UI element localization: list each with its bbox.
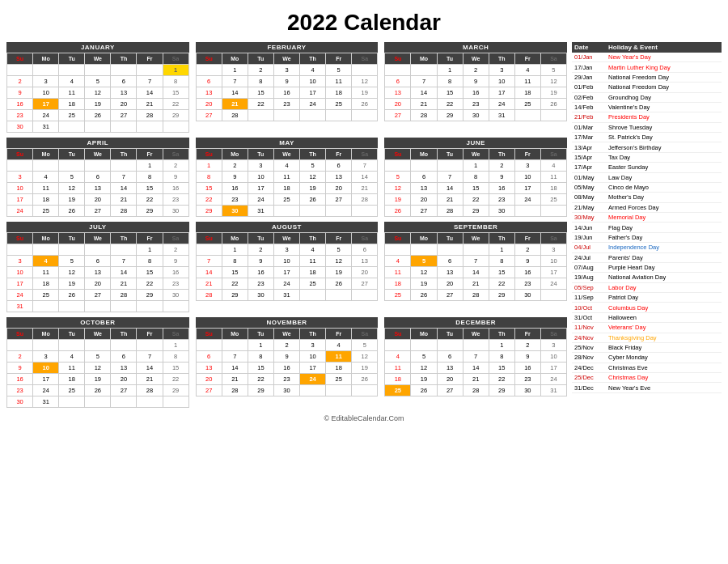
cal-header-tu: Tu xyxy=(438,329,463,340)
cal-day: 24 xyxy=(300,374,326,385)
cal-day: 28 xyxy=(463,290,489,301)
holiday-date: 21/Feb xyxy=(574,113,605,121)
cal-day: 21 xyxy=(463,278,489,290)
cal-day: 23 xyxy=(163,194,189,206)
cal-day: 4 xyxy=(385,351,411,363)
cal-day: 7 xyxy=(137,351,163,363)
cal-header-th: Th xyxy=(300,329,326,340)
cal-day: 8 xyxy=(163,76,189,87)
cal-day: 18 xyxy=(33,194,59,206)
cal-day: 28 xyxy=(222,385,248,396)
cal-day xyxy=(197,244,222,256)
cal-header-th: Th xyxy=(111,233,137,244)
cal-day: 20 xyxy=(197,99,222,110)
holiday-row: 08/MayMother's Day xyxy=(572,193,722,202)
cal-day: 12 xyxy=(411,267,437,278)
cal-header-fr: Fr xyxy=(137,53,163,65)
cal-day: 1 xyxy=(137,244,163,256)
cal-day: 13 xyxy=(385,87,411,99)
cal-day: 27 xyxy=(197,385,222,396)
cal-day: 6 xyxy=(438,256,463,267)
cal-day: 19 xyxy=(352,363,378,374)
cal-day: 23 xyxy=(274,374,300,385)
holiday-row: 11/SepPatriot Day xyxy=(572,293,722,303)
cal-day: 7 xyxy=(411,76,437,87)
holiday-date: 19/Aug xyxy=(574,274,605,281)
cal-day xyxy=(197,340,222,351)
cal-day: 3 xyxy=(248,160,274,172)
cal-day: 5 xyxy=(326,244,352,256)
holiday-name: Veterans' Day xyxy=(608,324,719,331)
cal-header-su: Su xyxy=(197,149,222,160)
holiday-row: 24/DecChristmas Eve xyxy=(572,363,722,373)
cal-day: 25 xyxy=(59,110,85,121)
month-august: AUGUSTSuMoTuWeThFrSa12345678910111213141… xyxy=(196,222,379,312)
holiday-row: 25/NovBlack Friday xyxy=(572,343,722,353)
cal-day: 12 xyxy=(59,183,85,194)
holiday-name: Easter Sunday xyxy=(608,163,719,171)
cal-day: 6 xyxy=(111,351,137,363)
cal-day xyxy=(33,244,59,256)
holiday-row: 14/FebValentine's Day xyxy=(572,103,722,112)
cal-header-sa: Sa xyxy=(352,233,378,244)
cal-day: 15 xyxy=(197,183,222,194)
cal-day xyxy=(541,110,567,121)
cal-day: 11 xyxy=(33,183,59,194)
holiday-date: 31/Dec xyxy=(574,384,605,392)
cal-day: 12 xyxy=(300,172,326,183)
cal-day xyxy=(463,244,489,256)
cal-day: 4 xyxy=(300,244,326,256)
cal-day: 24 xyxy=(33,385,59,396)
holiday-row: 25/DecChristmas Day xyxy=(572,373,722,383)
cal-day: 1 xyxy=(137,160,163,172)
cal-day xyxy=(33,340,59,351)
cal-day: 2 xyxy=(515,244,541,256)
cal-day: 21 xyxy=(352,183,378,194)
cal-day: 23 xyxy=(274,99,300,110)
cal-day xyxy=(352,110,378,121)
cal-day: 29 xyxy=(137,290,163,301)
cal-day: 31 xyxy=(33,121,59,133)
holiday-row: 31/DecNew Year's Eve xyxy=(572,383,722,392)
cal-day: 9 xyxy=(163,256,189,267)
cal-day: 22 xyxy=(137,194,163,206)
holiday-name: Thanksgiving Day xyxy=(608,334,719,341)
cal-day: 27 xyxy=(438,385,463,396)
cal-day: 3 xyxy=(7,256,33,267)
cal-day: 3 xyxy=(489,65,515,76)
cal-day: 4 xyxy=(33,172,59,183)
cal-day: 24 xyxy=(274,278,300,290)
cal-day: 30 xyxy=(7,396,33,408)
cal-day: 25 xyxy=(326,99,352,110)
cal-day xyxy=(248,110,274,121)
cal-header-tu: Tu xyxy=(248,149,274,160)
cal-day: 23 xyxy=(7,110,33,121)
cal-day xyxy=(326,110,352,121)
holiday-date: 05/Sep xyxy=(574,284,605,291)
cal-day xyxy=(274,110,300,121)
cal-day: 25 xyxy=(326,374,352,385)
cal-header-we: We xyxy=(463,329,489,340)
cal-day: 17 xyxy=(274,267,300,278)
cal-day xyxy=(85,121,111,133)
holiday-date: 08/May xyxy=(574,193,605,201)
cal-day: 15 xyxy=(137,267,163,278)
cal-day: 12 xyxy=(385,183,411,194)
cal-day: 14 xyxy=(222,87,248,99)
cal-day: 11 xyxy=(300,256,326,267)
cal-day: 21 xyxy=(222,99,248,110)
cal-day: 26 xyxy=(541,99,567,110)
cal-day: 5 xyxy=(59,256,85,267)
cal-day xyxy=(7,244,33,256)
cal-day: 23 xyxy=(463,99,489,110)
cal-header-mo: Mo xyxy=(411,233,437,244)
holiday-name: National Freedom Day xyxy=(608,83,719,91)
cal-day: 1 xyxy=(222,65,248,76)
cal-day: 2 xyxy=(463,65,489,76)
cal-day: 10 xyxy=(541,351,567,363)
cal-day: 22 xyxy=(197,194,222,206)
cal-day: 24 xyxy=(7,290,33,301)
holiday-date: 17/Apr xyxy=(574,163,605,171)
holiday-row: 14/JunFlag Day xyxy=(572,223,722,232)
cal-day: 15 xyxy=(163,87,189,99)
